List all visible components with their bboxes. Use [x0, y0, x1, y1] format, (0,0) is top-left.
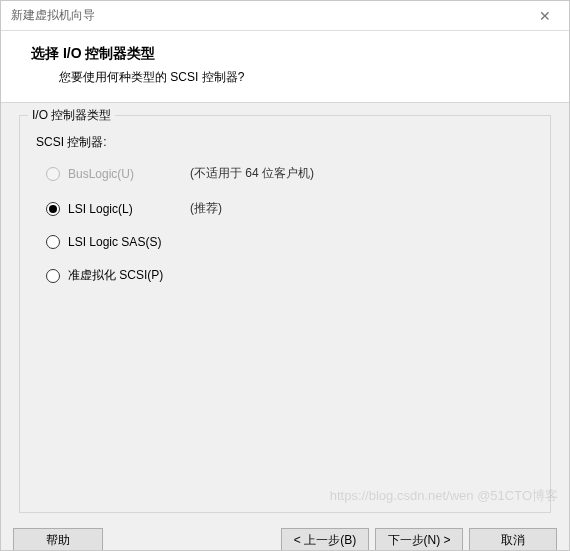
wizard-body: I/O 控制器类型 SCSI 控制器: BusLogic(U) (不适用于 64… [1, 103, 569, 518]
option-note: (不适用于 64 位客户机) [190, 165, 314, 182]
wizard-footer: 帮助 < 上一步(B) 下一步(N) > 取消 [1, 518, 569, 551]
help-button[interactable]: 帮助 [13, 528, 103, 551]
option-label: BusLogic(U) [68, 167, 188, 181]
window-title: 新建虚拟机向导 [11, 7, 95, 24]
wizard-header: 选择 I/O 控制器类型 您要使用何种类型的 SCSI 控制器? [1, 31, 569, 102]
option-lsi-logic[interactable]: LSI Logic(L) (推荐) [36, 200, 534, 217]
option-label: LSI Logic SAS(S) [68, 235, 188, 249]
option-label: LSI Logic(L) [68, 202, 188, 216]
back-button[interactable]: < 上一步(B) [281, 528, 369, 551]
cancel-button[interactable]: 取消 [469, 528, 557, 551]
radio-buslogic [46, 167, 60, 181]
scsi-controller-label: SCSI 控制器: [36, 134, 534, 151]
radio-paravirtual[interactable] [46, 269, 60, 283]
option-paravirtual[interactable]: 准虚拟化 SCSI(P) [36, 267, 534, 284]
next-button[interactable]: 下一步(N) > [375, 528, 463, 551]
radio-lsi-logic-sas[interactable] [46, 235, 60, 249]
radio-lsi-logic[interactable] [46, 202, 60, 216]
option-lsi-logic-sas[interactable]: LSI Logic SAS(S) [36, 235, 534, 249]
header-title: 选择 I/O 控制器类型 [31, 45, 545, 63]
close-icon[interactable]: ✕ [531, 4, 559, 28]
option-label: 准虚拟化 SCSI(P) [68, 267, 188, 284]
io-controller-group: I/O 控制器类型 SCSI 控制器: BusLogic(U) (不适用于 64… [19, 115, 551, 513]
option-buslogic: BusLogic(U) (不适用于 64 位客户机) [36, 165, 534, 182]
group-legend: I/O 控制器类型 [28, 107, 115, 124]
header-subtitle: 您要使用何种类型的 SCSI 控制器? [31, 69, 545, 86]
option-note: (推荐) [190, 200, 222, 217]
titlebar: 新建虚拟机向导 ✕ [1, 1, 569, 31]
